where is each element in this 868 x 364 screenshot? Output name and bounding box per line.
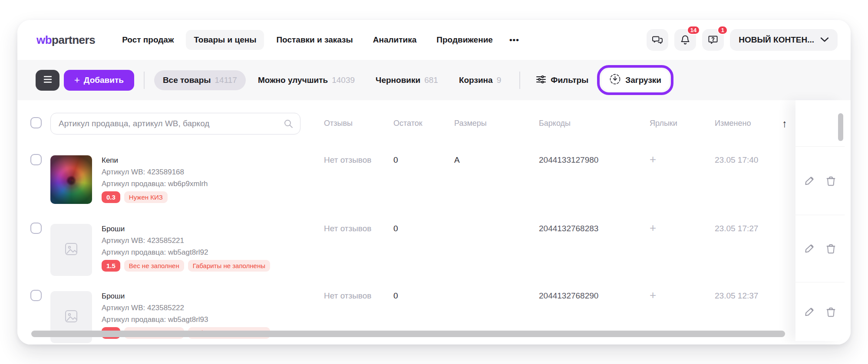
download-icon (609, 73, 621, 87)
modified-cell: 23.05 17:27 (715, 215, 782, 233)
issue-tag: Вес не заполнен (124, 260, 184, 272)
tab-label: Можно улучшить (258, 75, 328, 85)
nav-item-promotion[interactable]: Продвижение (429, 30, 501, 50)
select-all-checkbox[interactable] (30, 117, 42, 128)
add-product-button[interactable]: + Добавить (64, 70, 134, 91)
column-header-reviews[interactable]: Отзывы (324, 119, 393, 128)
main-nav: Рост продаж Товары и цены Поставки и зак… (114, 30, 524, 50)
nav-item-supplies-orders[interactable]: Поставки и заказы (268, 30, 360, 50)
image-placeholder-icon (64, 242, 79, 258)
product-title[interactable]: Кепи (102, 156, 208, 165)
add-label-button[interactable]: + (650, 221, 656, 234)
top-header: wbpartners Рост продаж Товары и цены Пос… (17, 20, 851, 60)
downloads-label: Загрузки (625, 75, 661, 85)
chevron-down-icon (820, 36, 829, 44)
downloads-button[interactable]: Загрузки (601, 69, 669, 91)
logo-wb: wb (36, 33, 52, 46)
column-header-modified[interactable]: Изменено (715, 119, 782, 128)
issue-tag: Габариты не заполнены (188, 260, 270, 272)
delete-icon[interactable] (825, 306, 836, 318)
nav-item-sales-growth[interactable]: Рост продаж (114, 30, 182, 50)
horizontal-scrollbar[interactable] (31, 331, 785, 337)
filters-button[interactable]: Фильтры (530, 69, 594, 91)
delete-icon[interactable] (825, 243, 836, 254)
modified-cell: 23.05 17:40 (715, 147, 782, 165)
wb-article: Артикул WB: 423585222 (102, 304, 270, 312)
row-checkbox[interactable] (30, 290, 42, 301)
toolbar-divider (519, 72, 520, 89)
vertical-scrollbar[interactable] (838, 113, 843, 141)
hamburger-icon (43, 75, 53, 85)
seller-article: Артикул продавца: wb5agt8rl92 (102, 248, 270, 257)
edit-icon[interactable] (804, 243, 815, 254)
tab-count: 681 (424, 75, 438, 85)
add-label-button[interactable]: + (650, 153, 656, 166)
row-checkbox[interactable] (30, 154, 42, 165)
column-header-stock[interactable]: Остаток (393, 119, 454, 128)
edit-icon[interactable] (804, 175, 815, 187)
notifications-count-badge: 14 (687, 26, 700, 35)
screen: wbpartners Рост продаж Товары и цены Пос… (0, 0, 868, 364)
product-info: Броши Артикул WB: 423585221 Артикул прод… (102, 224, 270, 276)
product-title[interactable]: Броши (102, 292, 270, 301)
column-header-labels[interactable]: Ярлыки (650, 119, 715, 128)
search-wrap (50, 113, 300, 134)
tab-label: Корзина (459, 75, 493, 85)
row-actions (795, 282, 845, 341)
column-header-sizes[interactable]: Размеры (454, 119, 539, 128)
nav-more-button[interactable]: ••• (505, 30, 524, 50)
list-menu-button[interactable] (36, 70, 59, 91)
rating-badge: 0.3 (102, 191, 120, 203)
delete-icon[interactable] (825, 175, 836, 187)
tab-drafts[interactable]: Черновики 681 (367, 70, 447, 90)
account-switcher[interactable]: НОВЫЙ КОНТЕН... (730, 29, 838, 51)
column-header-barcodes[interactable]: Баркоды (539, 119, 650, 128)
account-label: НОВЫЙ КОНТЕН... (739, 35, 814, 45)
tab-all-products[interactable]: Все товары 14117 (154, 70, 246, 90)
tab-label: Черновики (376, 75, 420, 85)
reviews-cell: Нет отзывов (324, 215, 393, 233)
notifications-button[interactable]: 14 (674, 29, 696, 51)
barcode-cell: 2044132768283 (539, 215, 650, 233)
product-info: Кепи Артикул WB: 423589168 Артикул прода… (102, 155, 208, 204)
rating-badge: 1.5 (102, 260, 120, 272)
product-image-placeholder[interactable] (50, 224, 92, 276)
product-tabs: Все товары 14117 Можно улучшить 14039 Че… (154, 70, 510, 90)
nav-item-analytics[interactable]: Аналитика (365, 30, 425, 50)
reviews-cell: Нет отзывов (324, 147, 393, 165)
row-checkbox[interactable] (30, 223, 42, 234)
plus-icon: + (74, 75, 80, 86)
help-button[interactable]: 1 (702, 29, 724, 51)
chat-button[interactable] (647, 29, 668, 51)
wb-article: Артикул WB: 423585221 (102, 236, 270, 245)
stock-cell: 0 (393, 147, 454, 165)
sizes-cell (454, 215, 539, 224)
header-actions: 14 1 НОВЫЙ КОНТЕН... (647, 29, 838, 51)
product-image[interactable] (50, 155, 92, 204)
seller-article: Артикул продавца: wb6p9xmlrh (102, 180, 208, 188)
tab-label: Все товары (163, 75, 211, 85)
row-actions (795, 215, 845, 282)
product-title[interactable]: Броши (102, 225, 270, 233)
edit-icon[interactable] (804, 306, 815, 318)
filters-label: Фильтры (551, 75, 588, 85)
wb-article: Артикул WB: 423589168 (102, 168, 208, 177)
tab-trash[interactable]: Корзина 9 (450, 70, 510, 90)
sort-direction-arrow[interactable]: ↑ (782, 118, 793, 130)
tab-can-improve[interactable]: Можно улучшить 14039 (249, 70, 363, 90)
help-count-badge: 1 (717, 26, 728, 35)
help-bubble-icon (707, 34, 719, 46)
row-actions-panel (795, 100, 845, 341)
table-header-row: Отзывы Остаток Размеры Баркоды Ярлыки Из… (17, 100, 851, 147)
tab-count: 14039 (332, 75, 355, 85)
row-actions (795, 147, 845, 215)
search-input[interactable] (50, 113, 300, 134)
actions-panel-header (795, 100, 845, 147)
tab-count: 14117 (215, 75, 237, 85)
image-placeholder-icon (64, 309, 79, 325)
sizes-cell (454, 282, 539, 291)
downloads-highlight-annotation: Загрузки (597, 65, 673, 95)
product-cell: Кепи Артикул WB: 423589168 Артикул прода… (50, 147, 324, 204)
add-label-button[interactable]: + (650, 289, 656, 302)
nav-item-products-prices[interactable]: Товары и цены (186, 30, 264, 50)
